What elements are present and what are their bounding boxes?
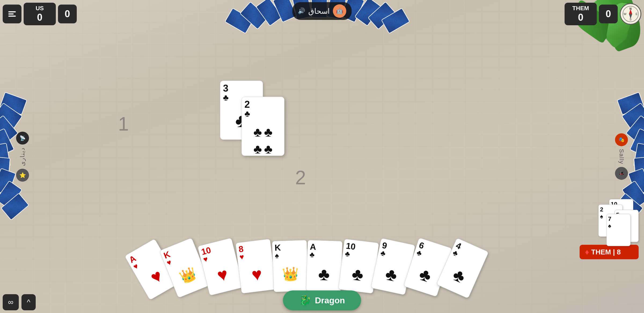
svg-rect-1: [8, 13, 14, 15]
chevron-up-icon: ^: [27, 298, 30, 307]
infinity-icon: ∞: [8, 298, 13, 307]
right-sidebar: 🎭 Sally 🎩: [615, 133, 628, 180]
right-player-name: Sally: [618, 149, 625, 164]
us-label: US: [29, 5, 50, 12]
compass-east: E: [636, 12, 638, 16]
them-divider-score: 0: [606, 8, 611, 20]
left-player-settings-icon: ⭐: [16, 169, 29, 182]
top-player: 🤖 اسحاق 🔊: [292, 0, 352, 20]
svg-rect-2: [8, 16, 16, 17]
left-player-name: دیناری: [19, 147, 26, 166]
top-player-avatar: 🤖: [333, 4, 346, 18]
left-sidebar: 📡 دیناری ⭐: [16, 132, 29, 182]
bottom-controls: ∞ ^: [3, 294, 36, 310]
trick-card-stack: 10 ♠ 2 ♠ 5 ♠ 7 ♠: [580, 199, 639, 245]
chevron-up-button[interactable]: ^: [21, 294, 36, 310]
compass-arrow-south: [629, 14, 632, 19]
top-score-bar: US 0 0: [3, 3, 77, 25]
them-score-divider: 0: [599, 5, 618, 23]
them-score-block: THEM 0: [565, 3, 597, 25]
dragon-button[interactable]: 🐉 Dragon: [283, 290, 361, 310]
hand-card-king-spades[interactable]: K ♠ 👑: [272, 240, 309, 292]
menu-icon: [8, 10, 16, 18]
sound-icon[interactable]: 🔊: [298, 8, 305, 15]
diamond-icon: ♦: [585, 247, 589, 257]
hand-card-ace-clubs[interactable]: A ♣ ♣: [306, 240, 343, 292]
dragon-icon: 🐉: [299, 295, 311, 306]
top-player-name-bar: 🤖 اسحاق 🔊: [292, 2, 352, 20]
compass: N S E W: [620, 3, 641, 25]
bottom-hand: A ♥ ♥ K ♥ 👑 10 ♥ ♥ 8 ♥ ♥ K ♠ 👑 A ♣ ♣ 10 …: [134, 222, 510, 297]
them-label: THEM: [570, 5, 591, 12]
them-score: 0: [570, 12, 591, 23]
svg-rect-0: [8, 11, 16, 12]
us-score-block: US 0: [24, 3, 56, 25]
menu-button[interactable]: [3, 5, 21, 23]
us-score: 0: [29, 12, 50, 23]
top-player-name: اسحاق: [308, 7, 330, 16]
compass-inner: N S E W: [623, 6, 639, 22]
compass-west: W: [624, 12, 626, 16]
dragon-label: Dragon: [315, 296, 345, 305]
trick-card-7-spades: 7 ♠: [606, 214, 631, 246]
divider-text: 0: [65, 8, 70, 20]
right-player-top-icon: 🎭: [615, 133, 628, 146]
them-trick-score: ♦ THEM | 8: [580, 245, 639, 259]
them-trick-label: THEM | 8: [591, 248, 621, 256]
hand-card-8-hearts[interactable]: 8 ♥ ♥: [235, 239, 276, 293]
left-player-wifi-icon: 📡: [16, 132, 29, 145]
right-player-bottom-icon: 🎩: [615, 167, 628, 180]
infinity-button[interactable]: ∞: [3, 294, 19, 310]
top-right-bar: THEM 0 0 N S E W: [565, 3, 641, 25]
field-number-2: 2: [295, 167, 306, 189]
trick-cards-display: 10 ♠ 2 ♠ 5 ♠ 7 ♠ ♦ THEM | 8: [580, 199, 639, 259]
center-card-2[interactable]: 2 ♣ ♣ ♣ ♣ ♣: [241, 97, 284, 156]
score-divider: 0: [58, 5, 77, 23]
field-number-1: 1: [118, 113, 129, 135]
compass-arrows: [629, 9, 632, 19]
compass-arrow-north: [629, 9, 632, 14]
